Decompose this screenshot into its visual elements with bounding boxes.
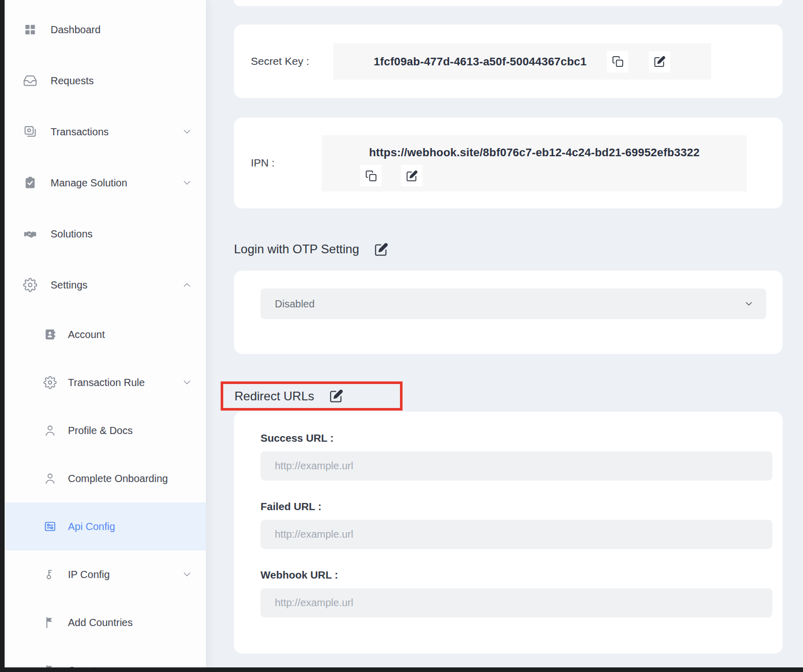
previous-card-fragment [234,0,783,6]
ipn-value-box: https://webhook.site/8bf076c7-eb12-4c24-… [322,135,747,191]
sidebar-item-label: Complete Onboarding [68,473,168,485]
copy-icon [365,170,377,182]
chevron-down-icon [181,377,193,388]
sidebar-item-ip-config[interactable]: IP Config [5,550,206,598]
otp-card: Disabled [234,271,783,354]
sidebar-item-label: Transactions [51,126,109,138]
chevron-down-icon [181,126,193,137]
chevron-down-icon [181,569,193,580]
sidebar-item-complete-onboarding[interactable]: Complete Onboarding [5,454,206,502]
person-icon [43,424,57,437]
ipn-edit-button[interactable] [401,165,422,186]
secret-key-value: 1fcf09ab-477d-4613-a50f-50044367cbc1 [374,55,587,68]
edit-icon [654,56,666,67]
secret-key-label: Secret Key : [251,55,309,67]
failed-url-label: Failed URL : [261,500,321,513]
secret-key-card: Secret Key : 1fcf09ab-477d-4613-a50f-500… [234,25,783,98]
webhook-url-input[interactable] [261,588,772,617]
webhook-url-label: Webhook URL : [261,569,338,581]
chevron-up-icon [181,279,193,291]
sidebar-item-label: Account [68,329,105,341]
sidebar-item-label: Requests [51,75,94,87]
sidebar-item-label: Settings [51,279,87,291]
sidebar-item-account[interactable]: Account [5,310,206,358]
sidebar-item-label: Add Countries [68,617,133,629]
sidebar-item-label: Dashboard [51,24,101,36]
sidebar-item-label: Manage Solution [51,177,127,189]
sidebar-item-solutions[interactable]: Solutions [5,208,206,259]
redirect-urls-card: Success URL : Failed URL : Webhook URL : [234,412,783,654]
sidebar-item-dashboard[interactable]: Dashboard [5,4,206,55]
sidebar-item-requests[interactable]: Requests [5,55,206,106]
sidebar-nav: Dashboard Requests Transactions Manage S… [5,0,206,672]
sidebar-item-label: Api Config [68,521,115,533]
sidebar-item-label: Transaction Rule [68,377,145,389]
ipn-url-value: https://webhook.site/8bf076c7-eb12-4c24-… [322,146,747,159]
sidebar-item-label: Profile & Docs [68,425,133,437]
ipn-copy-button[interactable] [360,165,382,186]
failed-url-input[interactable] [261,520,772,549]
card-stack-icon [23,125,37,139]
sidebar-item-profile-docs[interactable]: Profile & Docs [5,406,206,454]
otp-select[interactable]: Disabled [261,289,766,319]
sidebar-item-api-config[interactable]: Api Config [5,502,206,550]
screen-bottom-edge [0,667,803,672]
ipn-actions [360,165,747,186]
main-content: Secret Key : 1fcf09ab-477d-4613-a50f-500… [234,0,783,672]
secret-key-value-box: 1fcf09ab-477d-4613-a50f-50044367cbc1 [333,43,711,80]
redirect-section-heading-highlight: Redirect URLs [221,381,403,411]
gear-icon [23,278,37,292]
success-url-input[interactable] [261,451,772,481]
sidebar-item-add-countries[interactable]: Add Countries [5,598,206,646]
chevron-down-icon [744,299,754,309]
secret-key-edit-button[interactable] [649,51,670,73]
redirect-edit-button[interactable] [329,389,343,403]
sidebar-item-label: Solutions [51,228,92,240]
sidebar-item-manage-solution[interactable]: Manage Solution [5,157,206,208]
screen-left-edge [0,0,5,672]
copy-icon [612,56,624,67]
inbox-icon [23,74,37,88]
ipn-card: IPN : https://webhook.site/8bf076c7-eb12… [234,117,783,208]
person-icon [43,472,57,485]
gear-icon [43,376,57,389]
sidebar-item-transaction-rule[interactable]: Transaction Rule [5,358,206,406]
edit-icon [329,389,343,403]
edit-icon [406,170,418,182]
otp-edit-button[interactable] [374,243,388,256]
otp-heading-text: Login with OTP Setting [234,242,359,256]
api-config-card-icon [43,520,57,533]
success-url-label: Success URL : [261,432,334,444]
ipn-label: IPN : [251,157,275,169]
otp-selected-option: Disabled [275,298,315,310]
contact-book-icon [43,328,57,341]
chevron-down-icon [181,177,193,188]
otp-section-heading: Login with OTP Setting [234,242,388,256]
flag-icon [43,616,57,629]
sidebar-item-transactions[interactable]: Transactions [5,106,206,157]
edit-icon [374,243,388,256]
secret-key-copy-button[interactable] [607,51,628,73]
sidebar-item-label: IP Config [68,569,110,581]
redirect-heading-text: Redirect URLs [234,389,314,403]
sidebar-item-settings[interactable]: Settings [5,259,206,310]
dashboard-grid-icon [23,22,37,37]
clipboard-check-icon [23,176,37,190]
key-icon [43,568,57,581]
handshake-icon [23,227,37,241]
